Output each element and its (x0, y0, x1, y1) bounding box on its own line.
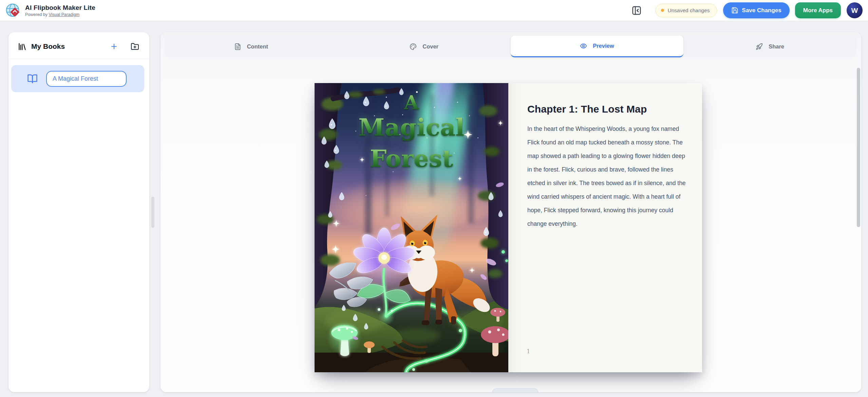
save-icon (731, 7, 738, 14)
header: AI Flipbook Maker Lite Powered by Visual… (0, 0, 868, 21)
tab-share[interactable]: Share (683, 36, 856, 57)
visual-paradigm-logo-icon (5, 3, 21, 18)
page-number: 1 (527, 348, 530, 355)
book-open-icon (27, 74, 38, 84)
book-list-item[interactable] (11, 65, 144, 92)
plus-icon (110, 42, 118, 51)
folder-plus-icon (131, 42, 139, 51)
tab-bar: Content Cover Preview Share (165, 36, 856, 57)
visual-paradigm-link[interactable]: Visual Paradigm (49, 12, 79, 17)
sidebar-title: My Books (31, 42, 65, 51)
tab-preview[interactable]: Preview (511, 36, 684, 57)
library-icon (18, 42, 27, 51)
main-panel: Content Cover Preview Share (161, 32, 861, 392)
tab-cover[interactable]: Cover (338, 36, 511, 57)
panel-resize-handle[interactable] (151, 197, 154, 228)
unsaved-dot-icon (661, 9, 664, 12)
sidebar-header: My Books (8, 32, 149, 59)
document-icon (234, 43, 241, 50)
eye-icon (580, 42, 587, 49)
sidebar-my-books: My Books (8, 32, 149, 392)
add-folder-button[interactable] (129, 41, 140, 52)
powered-by: Powered by Visual Paradigm (25, 12, 95, 17)
page-navigation-pill[interactable] (492, 388, 539, 392)
more-apps-button[interactable]: More Apps (795, 2, 841, 18)
book-cover-image: A Magical Forest (315, 83, 508, 372)
palette-icon (410, 43, 417, 50)
book-page: Chapter 1: The Lost Map In the heart of … (508, 83, 702, 372)
unsaved-changes-badge: Unsaved changes (655, 4, 717, 17)
rocket-icon (756, 43, 763, 50)
avatar[interactable]: W (847, 2, 863, 18)
tab-content[interactable]: Content (165, 36, 338, 57)
app-title: AI Flipbook Maker Lite (25, 4, 95, 12)
book-spread[interactable]: A Magical Forest (315, 83, 702, 372)
vertical-scrollbar[interactable] (857, 68, 860, 227)
add-book-button[interactable] (108, 41, 120, 52)
cover-artwork (315, 83, 508, 372)
chapter-heading: Chapter 1: The Lost Map (527, 103, 687, 115)
chapter-body-text: In the heart of the Whispering Woods, a … (527, 122, 689, 231)
save-changes-button[interactable]: Save Changes (723, 2, 790, 18)
book-title-input[interactable] (46, 71, 127, 87)
header-titles: AI Flipbook Maker Lite Powered by Visual… (25, 4, 95, 17)
collapse-panel-icon[interactable] (631, 5, 642, 16)
